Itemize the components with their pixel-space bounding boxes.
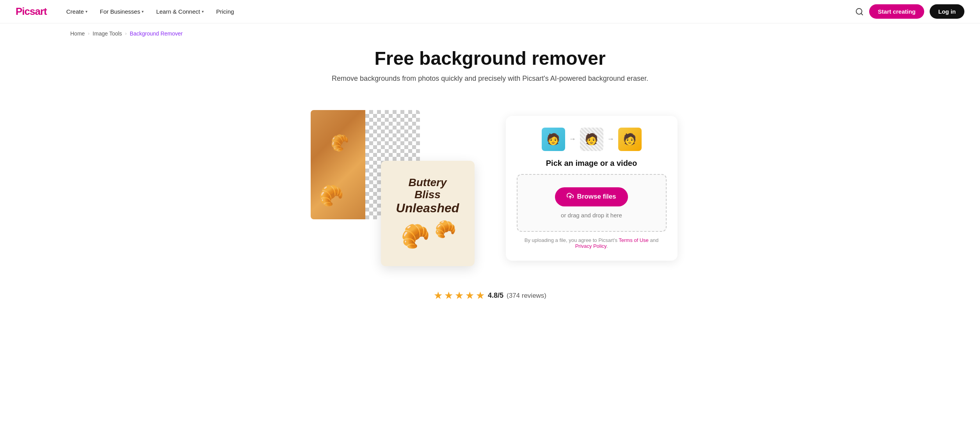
- main-content: 🥐 🥐 Buttery Bliss Unleashed 🥐 🥐 🧑 → 🧑: [217, 110, 763, 282]
- privacy-policy-link[interactable]: Privacy Policy: [575, 243, 606, 249]
- chevron-down-icon: ▾: [85, 9, 87, 14]
- breadcrumb-image-tools[interactable]: Image Tools: [92, 30, 122, 37]
- breadcrumb-separator-2: ›: [125, 31, 127, 36]
- breadcrumb-home[interactable]: Home: [70, 30, 85, 37]
- upload-legal-text: By uploading a file, you agree to Picsar…: [517, 237, 667, 249]
- card-title-line3: Unleashed: [396, 201, 459, 215]
- search-button[interactable]: [855, 7, 864, 16]
- nav-item-for-businesses[interactable]: For Businesses ▾: [94, 5, 149, 18]
- nav-item-pricing[interactable]: Pricing: [211, 5, 240, 18]
- star-rating: ★ ★ ★ ★ ★: [434, 290, 485, 302]
- upload-panel: 🧑 → 🧑 → 🧑 Pick an image or a video: [506, 116, 678, 261]
- star-4: ★: [465, 290, 474, 302]
- thumbnail-result: 🧑: [618, 128, 642, 151]
- preview-area: 🥐 🥐 Buttery Bliss Unleashed 🥐 🥐: [303, 110, 475, 266]
- star-3: ★: [455, 290, 464, 302]
- browse-files-button[interactable]: Browse files: [555, 187, 628, 206]
- person-icon: 🧑: [546, 133, 560, 146]
- nav-item-learn-connect[interactable]: Learn & Connect ▾: [151, 5, 209, 18]
- hero-subtitle: Remove backgrounds from photos quickly a…: [16, 75, 964, 83]
- upload-dropzone[interactable]: Browse files or drag and drop it here: [517, 174, 667, 232]
- hero-section: Free background remover Remove backgroun…: [0, 44, 980, 110]
- navbar: Picsart Create ▾ For Businesses ▾ Learn …: [0, 0, 980, 23]
- rating-reviews: (374 reviews): [507, 292, 546, 300]
- preview-front-card: Buttery Bliss Unleashed 🥐 🥐: [381, 161, 475, 266]
- croissant-icon-2: 🥐: [318, 184, 344, 208]
- nav-right: Start creating Log in: [855, 4, 964, 19]
- star-1: ★: [434, 290, 443, 302]
- upload-arrow-icon: [567, 192, 574, 199]
- svg-line-1: [861, 13, 863, 15]
- start-creating-button[interactable]: Start creating: [869, 4, 924, 19]
- rating-score: 4.8/5: [488, 291, 503, 300]
- thumbnail-before: 🧑: [542, 128, 565, 151]
- nav-item-create[interactable]: Create ▾: [61, 5, 93, 18]
- terms-of-use-link[interactable]: Terms of Use: [619, 237, 649, 243]
- arrow-icon: →: [569, 135, 576, 143]
- drag-drop-text: or drag and drop it here: [561, 212, 622, 219]
- arrow-icon-2: →: [607, 135, 614, 143]
- search-icon: [855, 7, 864, 16]
- logo[interactable]: Picsart: [16, 5, 47, 18]
- login-button[interactable]: Log in: [930, 4, 964, 19]
- upload-icon: [567, 192, 574, 201]
- card-title-line1: Buttery Bliss: [408, 177, 446, 201]
- star-2: ★: [444, 290, 453, 302]
- result-person-icon: 🧑: [623, 133, 637, 146]
- upload-preview-row: 🧑 → 🧑 → 🧑: [517, 128, 667, 151]
- star-half: ★: [476, 290, 485, 302]
- breadcrumb-separator: ›: [88, 31, 89, 36]
- rating-section: ★ ★ ★ ★ ★ 4.8/5 (374 reviews): [0, 282, 980, 317]
- person-silhouette-icon: 🧑: [585, 133, 598, 146]
- chevron-down-icon: ▾: [202, 9, 204, 14]
- croissant-icon-4: 🥐: [429, 217, 458, 252]
- chevron-down-icon: ▾: [142, 9, 144, 14]
- thumbnail-removed: 🧑: [580, 128, 603, 151]
- page-title: Free background remover: [16, 48, 964, 69]
- breadcrumb-current: Background Remover: [130, 30, 183, 37]
- logo-text: Picsart: [16, 5, 47, 18]
- breadcrumb: Home › Image Tools › Background Remover: [0, 23, 980, 44]
- upload-heading: Pick an image or a video: [517, 159, 667, 168]
- croissant-icon-3: 🥐: [401, 222, 430, 250]
- nav-links: Create ▾ For Businesses ▾ Learn & Connec…: [61, 5, 855, 18]
- card-croissants: 🥐 🥐: [401, 219, 455, 250]
